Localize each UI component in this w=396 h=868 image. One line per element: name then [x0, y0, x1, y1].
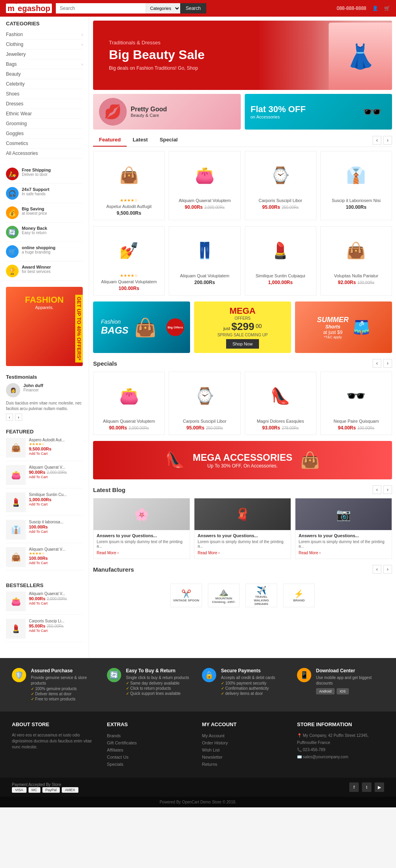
sidebar-cat-item[interactable]: All Accessories — [6, 149, 83, 158]
specials-next[interactable]: › — [383, 359, 392, 368]
read-more-link[interactable]: Read More › — [198, 551, 220, 555]
bestseller-name: Carporis Suscip Li... — [29, 619, 83, 623]
feature-free-shipping: 🛵 Free Shipping Deliver to door — [6, 164, 83, 184]
sidebar-cat-item[interactable]: Beauty — [6, 69, 83, 79]
extras-affiliates-link[interactable]: Affiliates — [107, 748, 123, 752]
footer-bottom: Payment Accepted By Store VISA MC PayPal… — [0, 778, 396, 797]
sidebar-cat-item[interactable]: Cosmetics — [6, 139, 83, 149]
testimonial-prev[interactable]: ‹ — [6, 414, 13, 421]
tab-next[interactable]: › — [383, 136, 392, 145]
product-card: 👔 Suscip it Laboriosem Nisi 100.00Rs — [320, 151, 392, 220]
user-icon[interactable]: 👤 — [372, 6, 378, 11]
shopping-icon: 🛒 — [6, 245, 19, 258]
android-download[interactable]: Android — [316, 688, 335, 694]
manufacturers-next[interactable]: › — [383, 565, 392, 574]
product-name: Aliquam Quat Voluptatem — [173, 273, 236, 278]
feature-desc: for best services — [22, 269, 51, 274]
product-price: 200.00Rs — [194, 280, 215, 285]
manufacturer-logo: ✈️ TRAVELWALKING DREAMS — [246, 584, 277, 607]
add-to-cart-small[interactable]: Add To Cart — [29, 561, 83, 565]
manufacturers-title: Manufacturers — [93, 566, 134, 573]
ios-download[interactable]: iOS — [337, 688, 349, 694]
product-name: Similique Suntin Culpaqui — [249, 273, 312, 278]
sidebar-cat-item[interactable]: Bags› — [6, 59, 83, 69]
account-myaccount-link[interactable]: My Account — [202, 733, 225, 738]
youtube-icon[interactable]: ▶ — [375, 782, 384, 792]
sidebar-cat-item[interactable]: Dresses — [6, 99, 83, 109]
blog-prev[interactable]: ‹ — [373, 485, 381, 494]
sidebar-cat-item[interactable]: Goggles — [6, 129, 83, 139]
footer-store-title: Store Information — [297, 721, 384, 727]
specials-grid: 👛 Aliquam Quaerat Voluptem 90.00Rs2,000.… — [93, 372, 392, 435]
shop-now-button[interactable]: Shop Now — [226, 339, 259, 349]
account-newsletter-link[interactable]: Newsletter — [202, 755, 223, 759]
testimonial-next[interactable]: › — [15, 414, 22, 421]
sidebar-cat-item[interactable]: Shoes — [6, 89, 83, 99]
tab-prev[interactable]: ‹ — [373, 136, 381, 145]
add-to-cart-small[interactable]: Add To Cart — [29, 475, 83, 479]
promo-summer-banner: SUMMER Shorts at just $9 *T&C apply 🩳 — [295, 301, 392, 353]
assured-title: Assured Purchase — [31, 668, 99, 673]
product-card: 👖 Aliquam Quat Voluptatem 200.00Rs — [169, 226, 240, 296]
manufacturer-logo: ✂️ VINTAGE SPOON — [170, 584, 202, 607]
tab-latest[interactable]: Latest — [127, 134, 154, 147]
feature-title: Award Winner — [22, 265, 51, 269]
header: megashop Categories Search 088-888-8888 … — [0, 0, 396, 17]
product-card: 👛 Aliquam Quaerat Voluptem 90.00Rs2,000.… — [169, 151, 240, 220]
sidebar-cat-item[interactable]: Fashion› — [6, 30, 83, 40]
sidebar-cat-item[interactable]: Ethnic Wear — [6, 109, 83, 119]
search-button[interactable]: Search — [180, 3, 206, 13]
manufacturer-icon: ⛰️ — [212, 587, 236, 597]
sidebar-cat-item[interactable]: Clothing› — [6, 40, 83, 50]
extras-contact-link[interactable]: Contact Us — [107, 755, 128, 759]
tab-special[interactable]: Special — [154, 134, 184, 147]
mega-price: $299 — [231, 320, 254, 332]
twitter-icon[interactable]: t — [362, 782, 371, 792]
bestsellers-title: Bestsellers — [6, 582, 83, 588]
product-price: 100.00Rs — [119, 286, 139, 291]
add-to-cart-small[interactable]: Add To Cart — [29, 629, 83, 633]
add-to-cart-small[interactable]: Add To Cart — [29, 452, 83, 456]
feature-saving: 💰 Big Saving at lowest price — [6, 203, 83, 223]
bags-image: 👜 — [134, 317, 156, 338]
extras-gift-link[interactable]: Gift Certificates — [107, 740, 137, 745]
facebook-icon[interactable]: f — [349, 782, 359, 792]
blog-next[interactable]: › — [383, 485, 392, 494]
featured-item: 👛 Aliquam Quaerat V... 90.00Rs 2,000.00R… — [6, 465, 83, 488]
sidebar-cat-item[interactable]: Celebrity — [6, 79, 83, 89]
add-to-cart-small[interactable]: Add To Cart — [29, 502, 83, 506]
manufacturers-prev[interactable]: ‹ — [373, 565, 381, 574]
account-orders-link[interactable]: Order History — [202, 740, 228, 745]
product-image: 👜 — [325, 231, 388, 270]
read-more-link[interactable]: Read More › — [97, 551, 119, 555]
product-name: Voluptas Nulla Pariatur — [325, 273, 388, 278]
testimonials: Testimonials 👩 John duff Financer Duis t… — [0, 370, 89, 425]
feature-desc: a huge branding — [22, 250, 55, 254]
featured-price: 9,500.00Rs — [29, 446, 51, 451]
tab-featured[interactable]: Featured — [93, 134, 127, 147]
shipping-icon: 🛵 — [6, 168, 19, 180]
read-more-link[interactable]: Read More › — [299, 551, 321, 555]
product-stars: ★★★★☆ — [97, 198, 160, 202]
extras-specials-link[interactable]: Specials — [107, 762, 124, 767]
payment-icon: 🔒 — [202, 668, 216, 682]
cart-icon[interactable]: 🛒 — [384, 6, 390, 11]
featured-price: 90.00Rs — [29, 470, 46, 475]
add-to-cart-small[interactable]: Add To Cart — [29, 530, 83, 534]
sidebar-cat-item[interactable]: Jewellery — [6, 50, 83, 59]
extras-brands-link[interactable]: Brands — [107, 733, 121, 738]
mega-spring: SPRING SALE COMING UP — [217, 333, 268, 337]
sidebar-cat-item[interactable]: Grooming — [6, 119, 83, 129]
specials-prev[interactable]: ‹ — [373, 359, 381, 368]
search-input[interactable] — [56, 3, 146, 13]
mega-title: MEGA — [230, 306, 256, 316]
promo-beauty-line1: Pretty Good — [131, 106, 167, 113]
feature-title: online shopping — [22, 245, 55, 250]
account-returns-link[interactable]: Returns — [202, 762, 217, 767]
account-wishlist-link[interactable]: Wish List — [202, 748, 220, 752]
add-to-cart-small[interactable]: Add To Cart — [29, 601, 83, 605]
feature-support: 🎧 24x7 Support In safe hands — [6, 184, 83, 203]
accessories-image: 🕶️ — [358, 98, 386, 126]
categories-select[interactable]: Categories — [146, 3, 180, 13]
product-old-price: 250.00Rs — [282, 205, 299, 210]
